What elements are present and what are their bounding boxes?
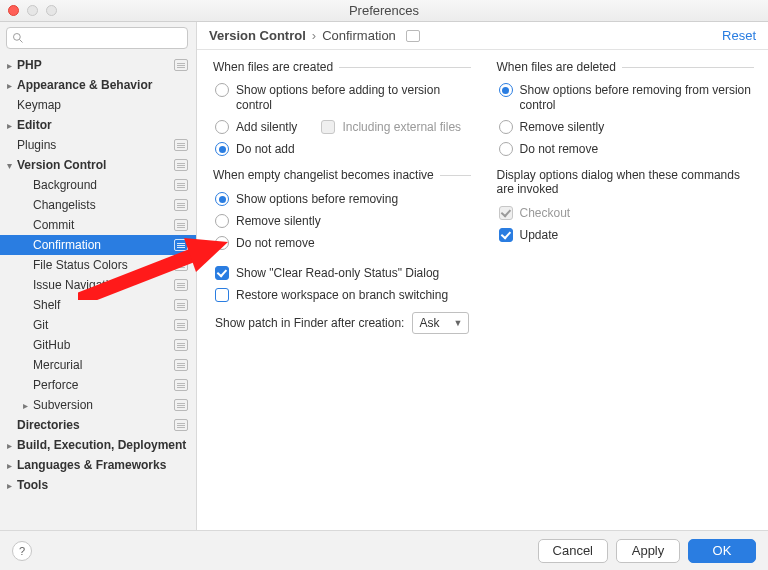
radio-deleted-donot[interactable]: Do not remove [495, 138, 755, 160]
sidebar-item-version-control[interactable]: ▾Version Control [0, 155, 196, 175]
sidebar-item-commit[interactable]: Commit [0, 215, 196, 235]
radio-created-silent[interactable]: Add silently [211, 116, 297, 138]
radio-inactive-donot[interactable]: Do not remove [211, 232, 471, 254]
chevron-right-icon: › [312, 28, 316, 43]
sidebar-item-git[interactable]: Git [0, 315, 196, 335]
search-input[interactable] [6, 27, 188, 49]
group-legend: When files are deleted [495, 60, 622, 74]
radio-deleted-show[interactable]: Show options before removing from versio… [495, 80, 755, 116]
sidebar-item-label: Plugins [17, 138, 174, 152]
sidebar-item-background[interactable]: Background [0, 175, 196, 195]
project-scope-icon [174, 339, 188, 351]
sidebar-item-mercurial[interactable]: Mercurial [0, 355, 196, 375]
patch-select[interactable]: Ask ▼ [412, 312, 469, 334]
sidebar-item-label: Version Control [17, 158, 174, 172]
window-title: Preferences [0, 3, 768, 18]
sidebar-item-label: Languages & Frameworks [17, 458, 188, 472]
radio-created-show[interactable]: Show options before adding to version co… [211, 80, 471, 116]
sidebar-item-label: Appearance & Behavior [17, 78, 188, 92]
group-files-deleted: When files are deleted Show options befo… [495, 60, 755, 160]
sidebar-item-issue-navigation[interactable]: Issue Navigation [0, 275, 196, 295]
sidebar-item-languages-frameworks[interactable]: ▸Languages & Frameworks [0, 455, 196, 475]
checkbox-icon [215, 266, 229, 280]
chevron-right-icon: ▸ [4, 120, 14, 131]
group-legend: When empty changelist becomes inactive [211, 168, 440, 182]
project-scope-icon [174, 299, 188, 311]
radio-icon [215, 192, 229, 206]
sidebar-item-confirmation[interactable]: Confirmation [0, 235, 196, 255]
sidebar-item-label: Git [33, 318, 174, 332]
group-files-created: When files are created Show options befo… [211, 60, 471, 160]
settings-tree[interactable]: ▸PHP▸Appearance & BehaviorKeymap▸EditorP… [0, 54, 196, 530]
radio-icon [215, 214, 229, 228]
radio-inactive-silent[interactable]: Remove silently [211, 210, 471, 232]
sidebar-item-editor[interactable]: ▸Editor [0, 115, 196, 135]
radio-icon [215, 120, 229, 134]
chevron-right-icon: ▸ [4, 440, 14, 451]
sidebar-item-appearance-behavior[interactable]: ▸Appearance & Behavior [0, 75, 196, 95]
select-value: Ask [419, 316, 439, 330]
chevron-right-icon: ▸ [4, 460, 14, 471]
sidebar-item-perforce[interactable]: Perforce [0, 375, 196, 395]
sidebar-item-plugins[interactable]: Plugins [0, 135, 196, 155]
question-icon: ? [17, 545, 27, 557]
radio-created-donot[interactable]: Do not add [211, 138, 471, 160]
sidebar-item-tools[interactable]: ▸Tools [0, 475, 196, 495]
cancel-button[interactable]: Cancel [538, 539, 608, 563]
sidebar-item-label: Editor [17, 118, 188, 132]
sidebar-item-label: PHP [17, 58, 174, 72]
sidebar-item-keymap[interactable]: Keymap [0, 95, 196, 115]
checkbox-icon [215, 288, 229, 302]
breadcrumb-root[interactable]: Version Control [209, 28, 306, 43]
sidebar-item-github[interactable]: GitHub [0, 335, 196, 355]
project-scope-icon [174, 219, 188, 231]
ok-button[interactable]: OK [688, 539, 756, 563]
sidebar-item-label: Subversion [33, 398, 174, 412]
sidebar-item-directories[interactable]: Directories [0, 415, 196, 435]
radio-icon [215, 142, 229, 156]
checkbox-icon [499, 228, 513, 242]
chevron-right-icon: ▸ [4, 480, 14, 491]
sidebar-item-changelists[interactable]: Changelists [0, 195, 196, 215]
checkbox-icon [321, 120, 335, 134]
check-update[interactable]: Update [495, 224, 755, 246]
radio-icon [215, 83, 229, 97]
sidebar-item-php[interactable]: ▸PHP [0, 55, 196, 75]
radio-icon [215, 236, 229, 250]
project-scope-icon [174, 259, 188, 271]
apply-button[interactable]: Apply [616, 539, 680, 563]
sidebar-item-label: Directories [17, 418, 174, 432]
breadcrumb-leaf: Confirmation [322, 28, 396, 43]
sidebar-item-subversion[interactable]: ▸Subversion [0, 395, 196, 415]
project-scope-icon [174, 139, 188, 151]
chevron-right-icon: ▸ [4, 80, 14, 91]
sidebar-item-label: Background [33, 178, 174, 192]
sidebar-item-label: GitHub [33, 338, 174, 352]
project-scope-icon [174, 239, 188, 251]
sidebar-item-shelf[interactable]: Shelf [0, 295, 196, 315]
chevron-down-icon: ▼ [453, 318, 462, 328]
radio-deleted-silent[interactable]: Remove silently [495, 116, 755, 138]
breadcrumb: Version Control › Confirmation Reset [197, 22, 768, 50]
check-including-external: Including external files [317, 116, 461, 138]
project-scope-icon [174, 279, 188, 291]
check-restore-workspace[interactable]: Restore workspace on branch switching [211, 284, 471, 306]
sidebar-item-label: File Status Colors [33, 258, 174, 272]
sidebar-item-label: Mercurial [33, 358, 174, 372]
chevron-down-icon: ▾ [4, 160, 14, 171]
sidebar-item-label: Perforce [33, 378, 174, 392]
sidebar-item-build-execution-deployment[interactable]: ▸Build, Execution, Deployment [0, 435, 196, 455]
checkbox-icon [499, 206, 513, 220]
sidebar-item-label: Issue Navigation [33, 278, 174, 292]
radio-icon [499, 142, 513, 156]
radio-icon [499, 83, 513, 97]
help-button[interactable]: ? [12, 541, 32, 561]
reset-link[interactable]: Reset [722, 28, 756, 43]
footer: ? Cancel Apply OK [0, 530, 768, 570]
sidebar-item-file-status-colors[interactable]: File Status Colors [0, 255, 196, 275]
project-scope-icon [174, 159, 188, 171]
group-legend: Display options dialog when these comman… [495, 168, 755, 196]
radio-inactive-show[interactable]: Show options before removing [211, 188, 471, 210]
check-clear-readonly[interactable]: Show "Clear Read-only Status" Dialog [211, 262, 471, 284]
project-scope-icon [174, 59, 188, 71]
